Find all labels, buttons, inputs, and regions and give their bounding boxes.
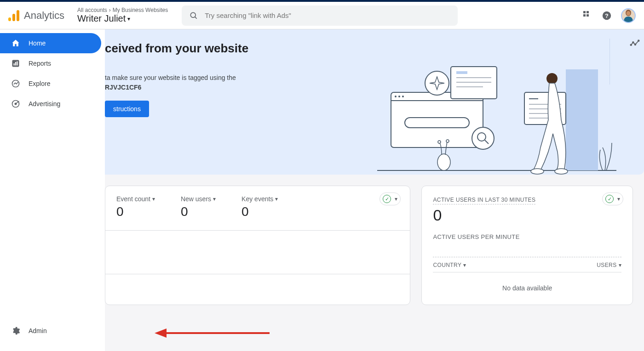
setup-banner: ceived from your website ta make sure yo… [105, 29, 644, 175]
status-chip[interactable]: ✓ ▾ [380, 192, 401, 205]
home-icon [11, 39, 20, 48]
app-name: Analytics [24, 10, 64, 22]
insights-icon[interactable] [621, 39, 644, 49]
advertising-icon [11, 99, 20, 108]
metric-selector[interactable]: New users▾ [181, 195, 216, 203]
check-icon: ✓ [383, 195, 391, 203]
svg-rect-8 [586, 14, 589, 17]
nav-label: Admin [29, 327, 47, 334]
svg-rect-25 [566, 69, 598, 170]
svg-text:?: ? [605, 12, 609, 19]
app-header: Analytics All accounts › My Business Web… [0, 2, 644, 29]
nav-label: Advertising [29, 100, 60, 108]
svg-rect-15 [15, 62, 16, 66]
realtime-subtitle: ACTIVE USERS PER MINUTE [433, 233, 621, 240]
svg-rect-1 [12, 14, 15, 21]
metrics-card: ✓ ▾ Event count▾ 0 New users▾ 0 Key even… [105, 186, 410, 305]
svg-point-23 [638, 40, 639, 41]
nav-label: Home [29, 40, 46, 47]
svg-point-54 [437, 154, 450, 170]
column-users[interactable]: USERS▾ [597, 262, 621, 268]
svg-rect-14 [14, 63, 15, 66]
help-icon[interactable]: ? [602, 11, 612, 21]
caret-down-icon: ▾ [152, 196, 155, 202]
caret-down-icon: ▾ [617, 196, 620, 202]
explore-icon [11, 79, 20, 88]
svg-point-21 [632, 42, 634, 43]
svg-point-37 [395, 96, 397, 97]
nav-home[interactable]: Home [0, 33, 101, 53]
svg-rect-0 [8, 17, 11, 21]
apps-icon[interactable] [583, 11, 592, 20]
metric-row: Event count▾ 0 New users▾ 0 Key events▾ … [116, 195, 399, 219]
svg-point-20 [630, 44, 632, 45]
search-icon [189, 11, 198, 20]
metric-value: 0 [116, 204, 155, 219]
property-name: Writer Juliet [77, 13, 126, 24]
analytics-logo-icon [8, 9, 20, 22]
svg-rect-16 [17, 62, 17, 66]
sidebar: Home Reports Explore Advertising Admin [0, 29, 105, 351]
svg-point-12 [627, 11, 631, 16]
svg-line-4 [195, 17, 197, 18]
svg-point-34 [555, 169, 568, 174]
breadcrumb-level-1: All accounts [77, 7, 107, 13]
analytics-logo[interactable]: Analytics [8, 9, 64, 22]
metric-selector[interactable]: Event count▾ [116, 195, 155, 203]
annotation-arrow [155, 326, 270, 340]
main-content: ceived from your website ta make sure yo… [105, 29, 644, 351]
banner-illustration [377, 65, 616, 175]
nav-advertising[interactable]: Advertising [0, 94, 101, 114]
instructions-button[interactable]: structions [105, 101, 149, 117]
tag-id: RJVJC1CF6 [105, 84, 141, 91]
chevron-right-icon: › [109, 7, 111, 13]
svg-point-44 [425, 71, 449, 95]
nav-label: Reports [29, 60, 51, 67]
realtime-card: ✓ ▾ ACTIVE USERS IN LAST 30 MINUTES 0 AC… [421, 186, 633, 305]
svg-point-38 [398, 96, 400, 97]
svg-point-22 [635, 44, 636, 45]
status-chip[interactable]: ✓ ▾ [602, 192, 623, 205]
caret-down-icon: ▾ [127, 16, 130, 22]
caret-down-icon: ▾ [463, 262, 466, 268]
svg-point-33 [531, 169, 544, 174]
search-input[interactable] [204, 11, 450, 20]
realtime-title: ACTIVE USERS IN LAST 30 MINUTES [433, 197, 535, 204]
nav-reports[interactable]: Reports [0, 53, 101, 74]
nav-admin[interactable]: Admin [0, 321, 101, 341]
caret-down-icon: ▾ [213, 196, 216, 202]
svg-rect-6 [586, 11, 589, 13]
svg-point-19 [15, 103, 16, 104]
svg-point-41 [472, 127, 494, 149]
gear-icon [11, 326, 20, 335]
svg-rect-50 [456, 71, 467, 74]
nav-explore[interactable]: Explore [0, 74, 101, 94]
caret-down-icon: ▾ [619, 262, 621, 268]
svg-rect-2 [17, 10, 19, 21]
column-country[interactable]: COUNTRY▾ [433, 262, 466, 268]
metric-value: 0 [181, 204, 216, 219]
caret-down-icon: ▾ [395, 196, 397, 202]
svg-rect-7 [583, 14, 586, 17]
metric-value: 0 [242, 204, 278, 219]
svg-rect-5 [583, 11, 586, 13]
realtime-value: 0 [433, 206, 621, 224]
check-icon: ✓ [605, 195, 614, 203]
metric-selector[interactable]: Key events▾ [242, 195, 278, 203]
svg-point-32 [546, 73, 558, 84]
account-avatar[interactable] [621, 8, 636, 23]
banner-title: ceived from your website [105, 41, 626, 56]
svg-point-3 [191, 12, 196, 17]
svg-marker-58 [155, 328, 167, 338]
caret-down-icon: ▾ [275, 196, 278, 202]
bar-chart-icon [11, 59, 20, 68]
breadcrumb: All accounts › My Business Websites [77, 7, 168, 13]
svg-point-39 [402, 96, 404, 97]
breadcrumb-level-2: My Business Websites [113, 7, 168, 13]
no-data-text: No data available [433, 284, 621, 292]
nav-label: Explore [29, 80, 50, 87]
search-bar[interactable] [182, 6, 458, 26]
property-selector[interactable]: All accounts › My Business Websites Writ… [77, 7, 168, 24]
